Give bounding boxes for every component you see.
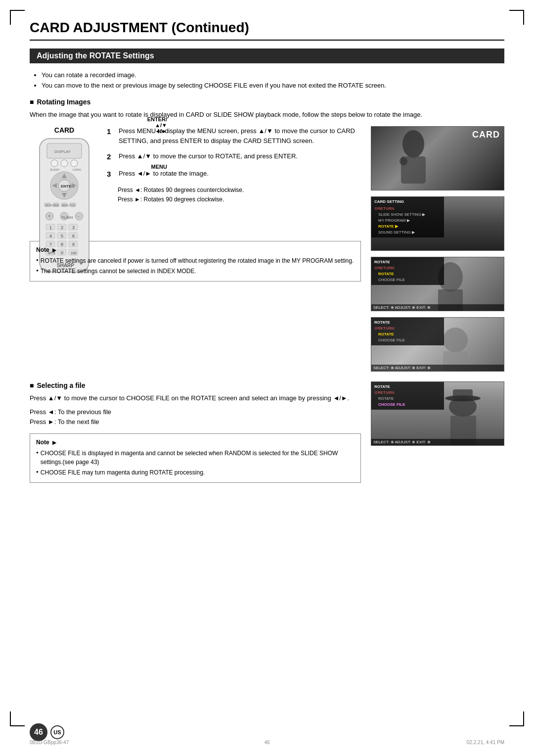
main-content-area: CARD DISPLAY	[30, 126, 504, 372]
remote-labels: ENTER/ ▲/▼ ◄/► MENU	[98, 116, 167, 170]
svg-text:2: 2	[61, 225, 63, 230]
screen-3-menu: ROTATE ⊙RETURN ROTATE CHOOSE FILE	[371, 257, 444, 285]
step-3: 3 Press ◄/► to rotate the image.	[107, 169, 361, 180]
file-left: Selecting a file Press ▲/▼ to move the c…	[30, 381, 361, 483]
file-right: ROTATE ⊙RETURN ROTATE CHOOSE FILE SELECT…	[371, 381, 504, 483]
svg-text:0: 0	[61, 250, 63, 255]
svg-point-54	[402, 130, 424, 158]
svg-text:100: 100	[71, 251, 77, 255]
note-file-item-2: CHOOSE FILE may turn magenta during ROTA…	[36, 468, 355, 477]
press-right-desc: Press ►: Rotates 90 degrees clockwise.	[118, 195, 361, 204]
page-title: CARD ADJUSTMENT (Continued)	[30, 20, 504, 41]
selecting-file-text: Press ▲/▼ to move the cursor to CHOOSE F…	[30, 393, 361, 403]
screen-2-title: CARD SETTING	[374, 199, 441, 205]
remote-container: CARD DISPLAY	[30, 126, 99, 234]
svg-text:6: 6	[72, 234, 75, 238]
bullet-2: You can move to the next or previous ima…	[42, 81, 504, 91]
note-file-item-1: CHOOSE FILE is displayed in magenta and …	[36, 449, 355, 467]
svg-text:+: +	[48, 214, 50, 219]
note-item-1: ROTATE settings are canceled if power is…	[36, 256, 355, 265]
screen-3-return: ⊙RETURN	[374, 265, 441, 271]
step-3-content: Press ◄/► to rotate the image.	[119, 169, 361, 180]
screen-5-item-2: CHOOSE FILE	[374, 402, 441, 408]
svg-text:MUTE: MUTE	[45, 204, 53, 207]
svg-text:TV/V: TV/V	[70, 204, 76, 207]
screen-1: CARD	[371, 126, 504, 190]
rotating-images-heading: Rotating Images	[30, 98, 504, 106]
svg-text:9: 9	[72, 242, 75, 247]
svg-point-5	[71, 160, 78, 167]
steps-area: CARD DISPLAY	[30, 126, 361, 234]
svg-text:SLEEP: SLEEP	[50, 168, 59, 171]
screen-3: ROTATE ⊙RETURN ROTATE CHOOSE FILE SELECT…	[371, 257, 504, 311]
updown-label: ▲/▼	[98, 122, 167, 128]
svg-text:7: 7	[49, 242, 52, 247]
leftright-label: ◄/►	[98, 128, 167, 134]
screen-4-menu: ROTATE ⊙RETURN ROTATE CHOOSE FILE	[371, 318, 444, 345]
menu-label: MENU	[98, 164, 167, 170]
step-3-num: 3	[107, 169, 115, 180]
svg-text:CARD: CARD	[73, 168, 82, 171]
right-column: CARD CARD SETTING ⊙RETURN SLIDE SHOW SET…	[371, 126, 504, 372]
enter-label: ENTER/	[98, 116, 167, 122]
svg-text:MENU: MENU	[62, 204, 69, 207]
section-heading: Adjusting the ROTATE Settings	[30, 48, 504, 63]
svg-rect-64	[453, 389, 473, 399]
svg-text:4: 4	[49, 234, 52, 238]
card-label: CARD	[54, 126, 74, 134]
footer-center: 46	[264, 740, 269, 745]
selecting-file-heading: Selecting a file	[30, 381, 361, 389]
press-left-desc: Press ◄: Rotates 90 degrees counterclock…	[118, 186, 361, 195]
svg-text:BRIG: BRIG	[53, 204, 59, 207]
page-number: 46	[30, 723, 47, 741]
svg-point-56	[400, 157, 407, 165]
screen-2-item-1: SLIDE SHOW SETTING ▶	[374, 212, 441, 218]
svg-point-3	[51, 160, 58, 167]
screen-5-return: ⊙RETURN	[374, 390, 441, 396]
screen-2-item-4: SOUND SETTING ▶	[374, 230, 441, 236]
note-box-file: Note CHOOSE FILE is displayed in magenta…	[30, 433, 361, 483]
screen-3-title: ROTATE	[374, 259, 441, 265]
svg-point-59	[443, 328, 468, 352]
screen-2-item-2: MY PROGRAM ▶	[374, 218, 441, 224]
svg-text:1: 1	[49, 225, 52, 230]
screen-4-return: ⊙RETURN	[374, 326, 441, 331]
svg-text:DISPLAY: DISPLAY	[54, 149, 71, 154]
screen-1-card-label: CARD	[472, 130, 500, 140]
screen-5-item-1: ROTATE	[374, 396, 441, 402]
svg-point-27	[75, 212, 83, 220]
footer-left: 0B1U-GBpp36-47	[30, 740, 69, 745]
note-item-2: The ROTATE settings cannot be selected i…	[36, 267, 355, 276]
bullet-1: You can rotate a recorded image.	[42, 70, 504, 81]
screen-5-bottom: SELECT: ⊕ ADJUST: ⊕ EXIT: ⊕	[371, 439, 504, 445]
footer-right: 02.2.21, 4:41 PM	[467, 740, 504, 745]
svg-text:FLASH: FLASH	[62, 216, 73, 219]
screen-5-menu: ROTATE ⊙RETURN ROTATE CHOOSE FILE	[371, 382, 444, 410]
screen-2-item-3: ROTATE ▶	[374, 224, 441, 230]
svg-text:3: 3	[72, 225, 75, 230]
file-section: Selecting a file Press ▲/▼ to move the c…	[30, 381, 504, 483]
screen-4-bottom: SELECT: ⊕ ADJUST: ⊕ EXIT: ⊕	[371, 365, 504, 371]
svg-point-4	[61, 160, 68, 167]
screen-3-item-1: ROTATE	[374, 271, 441, 277]
svg-text:5: 5	[61, 234, 63, 238]
page-footer: 46 US	[30, 723, 504, 741]
screen-4: ROTATE ⊙RETURN ROTATE CHOOSE FILE SELECT…	[371, 317, 504, 372]
press-left-file: Press ◄: To the previous file	[30, 407, 361, 418]
screen-5-title: ROTATE	[374, 384, 441, 390]
screen-2-return: ⊙RETURN	[374, 206, 441, 212]
screen-4-item-2: CHOOSE FILE	[374, 337, 441, 343]
screen-2-menu: CARD SETTING ⊙RETURN SLIDE SHOW SETTING …	[371, 197, 444, 237]
left-column: CARD DISPLAY	[30, 126, 361, 372]
screen-3-bottom: SELECT: ⊕ ADJUST: ⊕ EXIT: ⊕	[371, 304, 504, 311]
note-header-file: Note	[36, 438, 355, 447]
svg-text:8: 8	[61, 242, 63, 247]
screen-4-item-1: ROTATE	[374, 331, 441, 337]
intro-bullets: You can rotate a recorded image. You can…	[42, 70, 504, 91]
screen-5: ROTATE ⊙RETURN ROTATE CHOOSE FILE SELECT…	[371, 381, 504, 446]
page-number-area: 46 US	[30, 723, 64, 741]
press-right-file: Press ►: To the next file	[30, 417, 361, 427]
screen-3-item-2: CHOOSE FILE	[374, 277, 441, 283]
svg-text:-: -	[78, 214, 79, 219]
screen-2: CARD SETTING ⊙RETURN SLIDE SHOW SETTING …	[371, 196, 504, 251]
